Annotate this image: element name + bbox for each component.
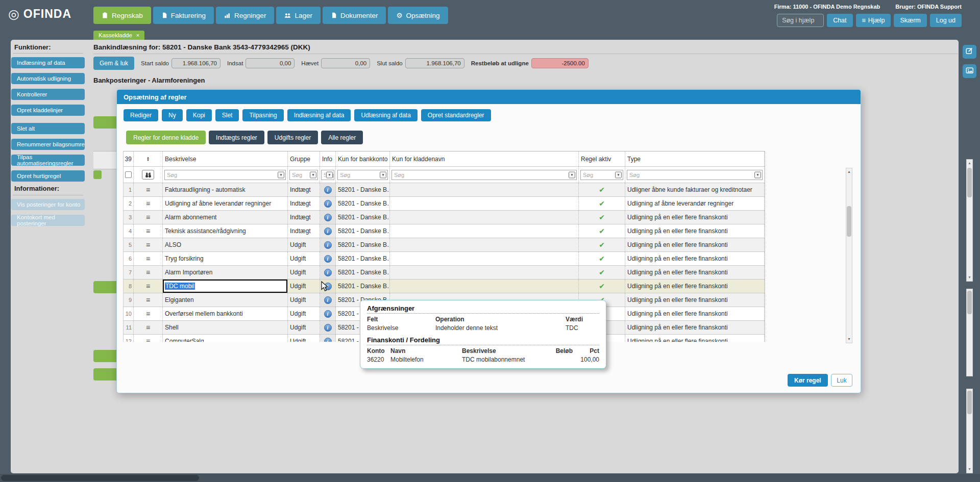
cell-type[interactable]: Udligning på en eller flere finanskonti [625, 280, 765, 293]
cell-type[interactable]: Udligning på en eller flere finanskonti [625, 307, 765, 320]
cell-bankkonto[interactable]: 58201 - Danske B… [336, 238, 390, 251]
tilpasning-button[interactable]: Tilpasning [242, 109, 283, 121]
table-row[interactable]: 7 ≡ Alarm Importøren Udgift i 58201 - Da… [124, 266, 765, 280]
header-gruppe[interactable]: Gruppe [288, 151, 320, 166]
cell-gruppe[interactable]: Udgift [288, 266, 320, 279]
cell-bankkonto[interactable]: 58201 - Danske B… [336, 224, 390, 238]
search-kladdenavn-input[interactable]: Søg▼ [391, 170, 577, 180]
screen-button[interactable]: Skærm [894, 14, 926, 27]
scroll-down-icon[interactable]: ▼ [967, 466, 972, 472]
table-row[interactable]: 5 ≡ ALSO Udgift i 58201 - Danske B… ✔ Ud… [124, 238, 765, 252]
header-bankkonto[interactable]: Kun for bankkonto [336, 151, 390, 166]
sidebar-automatisk-udligning[interactable]: Automatisk udligning [11, 73, 85, 84]
scroll-up-icon[interactable]: ▲ [967, 160, 972, 166]
nav-lager[interactable]: Lager [276, 7, 321, 24]
drag-handle[interactable]: ≡ [134, 252, 163, 265]
run-rule-button[interactable]: Kør regel [788, 374, 828, 387]
cell-bankkonto[interactable]: 58201 - Danske B… [336, 183, 390, 196]
drag-handle[interactable]: ≡ [134, 238, 163, 251]
cell-beskrivelse[interactable]: Alarm abonnement [163, 211, 288, 224]
dropdown-icon[interactable]: ▼ [615, 171, 622, 178]
chat-button[interactable]: Chat [827, 14, 852, 27]
cell-kladdenavn[interactable] [390, 252, 579, 265]
cell-type[interactable]: Udligning på en eller flere finanskonti [625, 238, 765, 251]
sidebar-slet-alt[interactable]: Slet alt [11, 123, 85, 134]
sidebar-tilpas-automatiseringsregler[interactable]: Tilpas automatiseringsregler [11, 155, 85, 166]
dropdown-icon[interactable]: ▼ [278, 171, 284, 178]
tab-regler-denne-kladde[interactable]: Regler for denne kladde [126, 131, 206, 144]
info-icon[interactable]: i [324, 186, 332, 194]
nav-regninger[interactable]: Regninger [216, 7, 274, 24]
rediger-button[interactable]: Rediger [124, 109, 158, 121]
header-beskrivelse[interactable]: Beskrivelse [163, 151, 288, 166]
table-row[interactable]: 6 ≡ Tryg forsikring Udgift i 58201 - Dan… [124, 252, 765, 266]
cell-kladdenavn[interactable] [390, 183, 579, 196]
cell-type[interactable]: Udligning på en eller flere finanskonti [625, 335, 765, 342]
cell-regel-aktiv[interactable]: ✔ [579, 211, 625, 224]
close-dialog-button[interactable]: Luk [831, 374, 852, 387]
sort-column-header[interactable]: ▲▼ [134, 151, 163, 166]
scrollbar-thumb[interactable] [967, 168, 972, 197]
slet-button[interactable]: Slet [215, 109, 239, 121]
info-icon[interactable]: i [324, 200, 332, 208]
cell-type[interactable]: Udligning på en eller flere finanskonti [625, 293, 765, 307]
table-row[interactable]: 4 ≡ Teknisk assistance/rådgivning Indtæg… [124, 224, 765, 238]
table-row[interactable]: 3 ≡ Alarm abonnement Indtægt i 58201 - D… [124, 211, 765, 224]
logout-button[interactable]: Log ud [930, 14, 962, 27]
cell-type[interactable]: Udligner åbne kunde fakturaer og kreditn… [625, 183, 765, 196]
dropdown-icon[interactable]: ▼ [310, 171, 316, 178]
cell-gruppe[interactable]: Indtægt [288, 197, 320, 210]
sidebar-opret-kladdelinjer[interactable]: Opret kladdelinjer [11, 105, 85, 116]
dropdown-icon[interactable]: ▼ [380, 171, 386, 178]
sidebar-kontrollerer[interactable]: Kontrollerer [11, 89, 85, 100]
cell-bankkonto[interactable]: 58201 - Danske B… [336, 252, 390, 265]
cell-beskrivelse[interactable]: Shell [163, 321, 288, 334]
select-all-checkbox[interactable] [125, 171, 132, 178]
cell-beskrivelse[interactable]: Elgiganten [163, 293, 288, 307]
info-icon[interactable]: i [324, 255, 332, 263]
dropdown-icon[interactable]: ▼ [326, 171, 333, 178]
cell-regel-aktiv[interactable]: ✔ [579, 197, 625, 210]
dropdown-icon[interactable]: ▼ [754, 171, 761, 178]
sidebar-vis-posteringer[interactable]: Vis posteringer for konto [11, 199, 85, 210]
header-regel-aktiv[interactable]: Regel aktiv [579, 151, 625, 166]
search-info-input[interactable]: Søg▼ [321, 170, 334, 180]
opret-standardregler-button[interactable]: Opret standardregler [421, 109, 491, 121]
cell-gruppe[interactable]: Udgift [288, 252, 320, 265]
cell-type[interactable]: Udligning af åbne leverandør regninger [625, 197, 765, 210]
binoculars-icon[interactable] [142, 170, 154, 180]
cell-kladdenavn[interactable] [390, 280, 579, 293]
drag-handle[interactable]: ≡ [134, 321, 163, 334]
scrollbar-thumb[interactable] [967, 291, 972, 314]
cell-kladdenavn[interactable] [390, 224, 579, 238]
udlaesning-button[interactable]: Udlæsning af data [354, 109, 417, 121]
info-icon[interactable]: i [324, 269, 332, 276]
table-row[interactable]: 2 ≡ Udligning af åbne leverandør regning… [124, 197, 765, 211]
info-icon[interactable]: i [324, 296, 332, 304]
ny-button[interactable]: Ny [162, 109, 183, 121]
kopi-button[interactable]: Kopi [186, 109, 212, 121]
cell-bankkonto[interactable]: 58201 - Danske B… [336, 197, 390, 210]
header-kladdenavn[interactable]: Kun for kladdenavn [390, 151, 579, 166]
horizontal-scrollbar-thumb[interactable] [1, 475, 199, 481]
cell-kladdenavn[interactable] [390, 238, 579, 251]
cell-gruppe[interactable]: Udgift [288, 280, 320, 293]
scrollbar-track[interactable] [966, 289, 973, 376]
sidebar-renummerer-bilagsnumre[interactable]: Renummerer bilagsnumre [11, 139, 85, 150]
drag-handle[interactable]: ≡ [134, 280, 163, 293]
info-icon[interactable]: i [324, 227, 332, 235]
drag-handle[interactable]: ≡ [134, 293, 163, 307]
dropdown-icon[interactable]: ▼ [569, 171, 575, 178]
scroll-up-icon[interactable]: ▲ [846, 169, 852, 175]
sidebar-kontokort[interactable]: Kontokort med posteringer [11, 215, 85, 226]
scrollbar-track[interactable]: ▼ [966, 389, 973, 473]
drag-handle[interactable]: ≡ [134, 266, 163, 279]
cell-type[interactable]: Udligning på en eller flere finanskonti [625, 252, 765, 265]
drag-handle[interactable]: ≡ [134, 224, 163, 238]
cell-bankkonto[interactable]: 58201 - Danske B… [336, 280, 390, 293]
cell-regel-aktiv[interactable]: ✔ [579, 238, 625, 251]
cell-gruppe[interactable]: Indtægt [288, 211, 320, 224]
selected-cell[interactable]: TDC mobil [163, 280, 287, 293]
tab-kassekladde[interactable]: Kassekladde × [93, 31, 144, 40]
help-button[interactable]: ≡ Hjælp [856, 14, 891, 27]
